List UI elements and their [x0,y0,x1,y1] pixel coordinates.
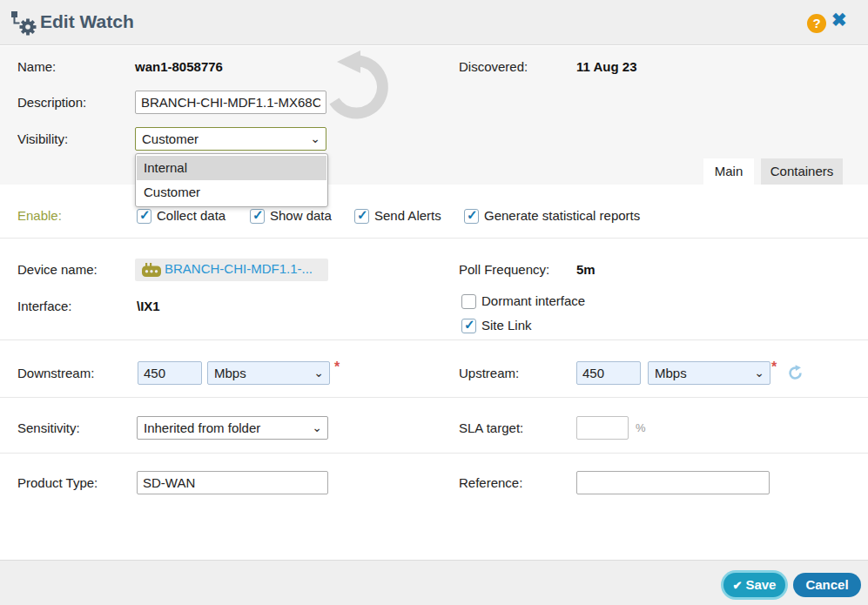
site-link-label: Site Link [481,317,532,334]
chevron-down-icon: ⌄ [313,362,324,383]
downstream-label: Downstream: [17,365,94,382]
divider [0,397,868,398]
device-name-link[interactable]: BRANCH-CHI-MDF1.1-... [165,261,313,276]
dormant-interface-label: Dormant interface [481,292,585,310]
tab-main[interactable]: Main [703,158,754,185]
upstream-input[interactable] [576,361,641,385]
description-input[interactable] [135,91,326,114]
send-alerts-checkbox[interactable] [354,209,369,224]
sla-unit: % [636,421,646,434]
name-label: Name: [17,58,56,76]
interface-label: Interface: [17,298,72,315]
dialog-header: Edit Watch ? ✖ [0,0,868,45]
poll-frequency-value: 5m [576,261,595,279]
collect-data-checkbox[interactable] [137,209,151,224]
router-icon [142,263,161,278]
upstream-unit-value: Mbps [655,366,687,380]
visibility-label: Visibility: [17,131,68,148]
show-data-label: Show data [270,207,332,225]
dormant-interface-checkbox[interactable] [461,294,476,309]
cancel-button-label: Cancel [805,577,848,592]
reference-input[interactable] [576,471,770,494]
device-name-label: Device name: [17,261,98,279]
discovered-value: 11 Aug 23 [576,58,636,76]
chevron-down-icon: ⌄ [754,362,764,383]
upstream-unit-select[interactable]: Mbps ⌄ [648,361,770,385]
undo-arrow-icon[interactable] [319,49,395,125]
visibility-selected-value: Customer [142,131,198,146]
chevron-down-icon: ⌄ [312,417,322,438]
enable-label: Enable: [17,207,62,225]
discovered-label: Discovered: [459,58,528,76]
divider [0,453,868,454]
downstream-unit-select[interactable]: Mbps ⌄ [207,361,330,385]
statistical-reports-checkbox[interactable] [464,209,479,224]
downstream-input[interactable] [138,361,202,385]
check-icon: ✔ [733,579,743,592]
divider [0,339,868,340]
save-button[interactable]: ✔Save [723,573,785,597]
revert-icon[interactable] [787,365,804,385]
visibility-dropdown-panel: Internal Customer [135,153,328,207]
interface-value: \IX1 [137,298,160,315]
upstream-label: Upstream: [459,365,519,382]
product-type-label: Product Type: [17,474,98,492]
description-label: Description: [17,94,86,111]
visibility-option-customer[interactable]: Customer [137,180,326,205]
send-alerts-label: Send Alerts [374,207,441,225]
site-link-checkbox[interactable] [461,319,476,333]
sensitivity-label: Sensitivity: [17,420,80,437]
sensitivity-selected-value: Inherited from folder [144,420,260,435]
close-icon[interactable]: ✖ [831,10,847,30]
watch-gear-icon [10,10,38,40]
sla-target-input[interactable] [576,416,629,440]
downstream-unit-value: Mbps [214,366,246,380]
dialog-title: Edit Watch [40,11,134,32]
tab-containers[interactable]: Containers [761,158,843,185]
poll-frequency-label: Poll Frequency: [459,261,549,279]
name-value: wan1-8058776 [135,58,223,76]
visibility-select[interactable]: Customer ⌄ [135,127,326,151]
cancel-button[interactable]: Cancel [793,573,861,597]
chevron-down-icon: ⌄ [310,128,320,149]
sla-target-label: SLA target: [459,420,523,437]
required-marker: * [334,360,340,375]
device-name-chip[interactable]: BRANCH-CHI-MDF1.1-... [135,259,328,281]
visibility-option-internal[interactable]: Internal [137,156,326,180]
show-data-checkbox[interactable] [250,209,265,224]
divider [0,238,868,239]
required-marker: * [771,360,777,375]
edit-watch-dialog: Edit Watch ? ✖ Name: wan1-8058776 Discov… [0,0,868,605]
collect-data-label: Collect data [157,207,225,225]
sensitivity-select[interactable]: Inherited from folder ⌄ [137,416,328,440]
statistical-reports-label: Generate statistical reports [484,207,640,225]
reference-label: Reference: [459,474,522,492]
help-icon[interactable]: ? [807,14,826,33]
save-button-label: Save [745,577,776,592]
product-type-input[interactable] [137,471,328,494]
